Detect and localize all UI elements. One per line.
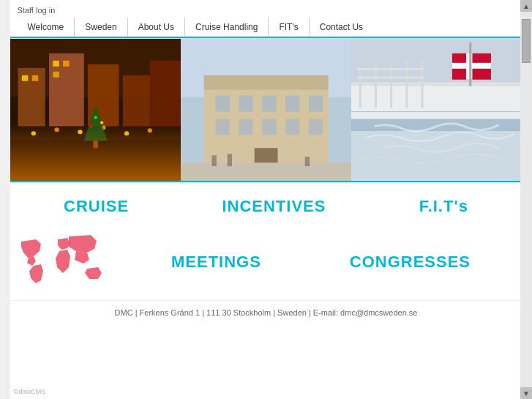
service-cruise[interactable]: CRUISE [64,197,129,216]
service-meetings[interactable]: MEETINGS [171,253,261,272]
photo1-svg [10,39,181,181]
svg-rect-10 [63,61,69,67]
scroll-thumb[interactable] [522,19,531,63]
svg-point-15 [101,125,105,130]
nav-item-fits[interactable]: FIT's [269,18,309,37]
svg-rect-32 [309,96,323,112]
cms-label: ©dmcCMS [14,388,46,395]
service-congresses[interactable]: CONGRESSES [350,253,471,272]
svg-rect-7 [21,75,27,81]
footer-bar: DMC | Ferkens Gränd 1 | 111 30 Stockholm… [10,300,522,323]
svg-rect-52 [358,68,424,70]
svg-rect-20 [93,141,97,148]
nav-item-sweden[interactable]: Sweden [75,18,127,37]
svg-rect-18 [10,141,181,181]
svg-rect-30 [262,96,276,112]
nav-item-welcome[interactable]: Welcome [18,18,75,37]
svg-point-17 [147,128,151,133]
svg-rect-5 [122,75,149,127]
svg-point-21 [89,124,92,127]
svg-point-12 [31,131,35,135]
svg-point-14 [78,130,82,134]
nav-item-contact-us[interactable]: Contact Us [310,18,373,37]
meetings-congresses: MEETINGSCONGRESSES [127,253,515,272]
svg-rect-29 [239,96,252,112]
svg-rect-36 [285,119,299,135]
scroll-down-button[interactable]: ▼ [520,387,532,399]
lower-section: MEETINGSCONGRESSES [10,223,522,300]
photo-strip [10,38,522,181]
svg-rect-6 [149,61,180,127]
services-section: CRUISEINCENTIVESF.I.T's [10,182,522,223]
svg-rect-37 [309,119,323,135]
footer-text: DMC | Ferkens Gränd 1 | 111 30 Stockholm… [115,308,418,317]
main-wrapper: Staff log in WelcomeSwedenAbout UsCruise… [10,0,522,399]
nav-bar: WelcomeSwedenAbout UsCruise HandlingFIT'… [10,18,522,38]
nav-item-cruise-handling[interactable]: Cruise Handling [185,18,269,37]
svg-rect-39 [181,163,351,181]
svg-rect-27 [204,75,329,90]
svg-point-22 [100,121,103,124]
scrollbar: ▲ ▼ [520,0,532,399]
scroll-up-button[interactable]: ▲ [520,0,532,12]
svg-rect-50 [405,61,408,108]
svg-rect-33 [216,119,230,135]
svg-rect-44 [351,111,522,181]
world-map-svg [18,231,113,293]
svg-rect-42 [305,157,310,166]
service-fits[interactable]: F.I.T's [419,197,468,216]
svg-rect-40 [211,155,216,166]
nav-item-about-us[interactable]: About Us [128,18,185,37]
svg-rect-11 [53,72,59,78]
svg-point-13 [54,127,59,132]
svg-rect-9 [53,61,59,67]
photo-christmas-market [10,39,181,181]
svg-rect-31 [285,96,299,112]
svg-rect-53 [358,77,424,79]
cms-logo: ©dmcCMS [14,388,46,395]
photo2-svg [181,39,351,181]
svg-rect-28 [216,96,230,112]
photo3-svg [351,39,522,181]
svg-rect-8 [31,75,37,81]
svg-rect-41 [227,154,231,166]
scroll-track[interactable] [520,12,532,387]
svg-rect-47 [359,68,361,108]
staff-login-link[interactable]: Staff log in [10,0,522,18]
svg-rect-57 [469,42,471,86]
service-incentives[interactable]: INCENTIVES [222,197,326,216]
svg-rect-34 [239,119,252,135]
svg-rect-51 [422,61,424,108]
svg-point-23 [94,116,97,119]
svg-rect-48 [375,64,377,108]
photo-town-square [181,39,351,181]
svg-point-16 [124,131,128,135]
photo-cruise-ship [351,39,522,181]
world-map [18,231,113,293]
svg-rect-35 [262,119,276,135]
